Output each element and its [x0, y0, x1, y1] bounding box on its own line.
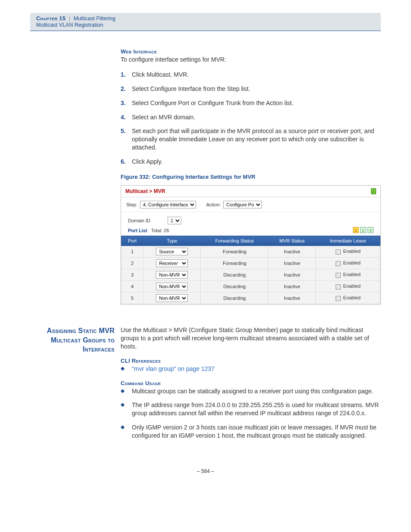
total-value: 26	[164, 228, 169, 233]
cli-mvr-vlan-group-link[interactable]: "mvr vlan group" on page 1237	[132, 365, 215, 373]
immediate-leave-cell: Enabled	[316, 292, 380, 304]
table-row: 1SourceForwardingInactiveEnabled	[121, 246, 380, 258]
type-select[interactable]: Source	[156, 248, 188, 255]
section-label: Multicast Filtering	[74, 16, 115, 22]
command-usage-list: ◆Multicast groups can be statically assi…	[121, 387, 381, 440]
forwarding-status-cell: Forwarding	[201, 246, 268, 258]
forwarding-status-cell: Forwarding	[201, 258, 268, 269]
mvr-status-cell: Inactive	[268, 258, 316, 269]
type-cell: Non-MVR	[143, 269, 201, 281]
web-interface-intro: To configure interface settings for MVR:	[121, 56, 381, 64]
mvr-config-panel: Multicast > MVR Step: 4. Configure Inter…	[121, 185, 381, 305]
port-cell: 4	[121, 281, 143, 292]
step-text: Select Configure Port or Configure Trunk…	[132, 99, 293, 107]
usage-text: Multicast groups can be statically assig…	[132, 387, 373, 395]
section-intro: Use the Multicast > MVR (Configure Stati…	[121, 326, 381, 351]
immediate-leave-cell: Enabled	[316, 281, 380, 292]
usage-text: The IP address range from 224.0.0.0 to 2…	[132, 401, 381, 417]
enabled-checkbox[interactable]	[336, 249, 341, 255]
port-cell: 2	[121, 258, 143, 269]
usage-item: ◆The IP address range from 224.0.0.0 to …	[121, 401, 381, 417]
column-header: Immediate Leave	[316, 236, 380, 246]
type-select[interactable]: Non-MVR	[156, 271, 188, 279]
enabled-checkbox[interactable]	[336, 284, 341, 289]
column-header: Forwarding Status	[201, 236, 268, 246]
step-item: 4.Select an MVR domain.	[121, 113, 381, 121]
side-heading: Assigning Static MVR Multicast Groups to…	[43, 326, 121, 447]
usage-item: ◆Multicast groups can be statically assi…	[121, 387, 381, 395]
page-header: Chapter 15 | Multicast Filtering Multica…	[30, 13, 381, 31]
column-header: Port	[121, 236, 143, 246]
step-item: 6.Click Apply.	[121, 158, 381, 166]
port-list-label: Port List	[128, 228, 147, 233]
port-table: PortTypeForwarding StatusMVR StatusImmed…	[121, 236, 380, 304]
mvr-status-cell: Inactive	[268, 281, 316, 292]
action-label: Action:	[206, 202, 221, 207]
enabled-checkbox[interactable]	[336, 273, 341, 278]
column-header: MVR Status	[268, 236, 316, 246]
step-number: 6.	[121, 158, 132, 166]
enabled-label: Enabled	[343, 295, 361, 300]
cli-references-heading: CLI References	[121, 358, 381, 364]
page-button[interactable]: 1	[353, 227, 359, 233]
type-cell: Non-MVR	[143, 292, 201, 304]
step-item: 1.Click Multicast, MVR.	[121, 71, 381, 79]
immediate-leave-cell: Enabled	[316, 258, 380, 269]
step-number: 3.	[121, 99, 132, 107]
enabled-checkbox[interactable]	[336, 261, 341, 266]
help-icon[interactable]	[371, 188, 376, 194]
header-separator: |	[69, 16, 70, 22]
step-number: 2.	[121, 85, 132, 93]
command-usage-heading: Command Usage	[121, 380, 381, 386]
step-text: Click Apply.	[132, 158, 162, 166]
enabled-label: Enabled	[343, 272, 361, 277]
usage-item: ◆Only IGMP version 2 or 3 hosts can issu…	[121, 423, 381, 440]
enabled-label: Enabled	[343, 249, 361, 254]
page-button[interactable]: 3	[367, 227, 374, 233]
mvr-status-cell: Inactive	[268, 246, 316, 258]
bullet-icon: ◆	[121, 401, 132, 417]
table-row: 3Non-MVRDiscardingInactiveEnabled	[121, 269, 380, 281]
breadcrumb: Multicast > MVR	[125, 188, 165, 194]
table-row: 5Non-MVRDiscardingInactiveEnabled	[121, 292, 380, 304]
forwarding-status-cell: Discarding	[201, 292, 268, 304]
step-select[interactable]: 4. Configure Interface	[140, 201, 196, 208]
table-row: 2ReceiverForwardingInactiveEnabled	[121, 258, 380, 269]
immediate-leave-cell: Enabled	[316, 269, 380, 281]
enabled-label: Enabled	[343, 260, 361, 265]
usage-text: Only IGMP version 2 or 3 hosts can issue…	[132, 423, 381, 440]
immediate-leave-cell: Enabled	[316, 246, 380, 258]
type-cell: Receiver	[143, 258, 201, 269]
type-select[interactable]: Non-MVR	[156, 294, 188, 302]
step-number: 5.	[121, 127, 132, 152]
domain-id-select[interactable]: 1	[168, 217, 181, 224]
step-label: Step:	[126, 202, 137, 207]
step-text: Set each port that will participate in t…	[132, 127, 381, 152]
header-rule	[30, 31, 381, 31]
table-row: 4Non-MVRDiscardingInactiveEnabled	[121, 281, 380, 292]
enabled-checkbox[interactable]	[336, 296, 341, 301]
step-number: 1.	[121, 71, 132, 79]
paginator: 123	[353, 227, 374, 233]
web-interface-heading: Web Interface	[121, 48, 381, 55]
action-select[interactable]: Configure Port	[223, 201, 262, 208]
page-button[interactable]: 2	[360, 227, 366, 233]
port-cell: 5	[121, 292, 143, 304]
bullet-icon: ◆	[121, 387, 132, 395]
port-cell: 1	[121, 246, 143, 258]
forwarding-status-cell: Discarding	[201, 281, 268, 292]
type-cell: Source	[143, 246, 201, 258]
type-select[interactable]: Non-MVR	[156, 283, 188, 290]
bullet-icon: ◆	[121, 365, 132, 373]
step-text: Click Multicast, MVR.	[132, 71, 189, 79]
forwarding-status-cell: Discarding	[201, 269, 268, 281]
type-select[interactable]: Receiver	[156, 259, 188, 267]
port-cell: 3	[121, 269, 143, 281]
mvr-status-cell: Inactive	[268, 292, 316, 304]
mvr-status-cell: Inactive	[268, 269, 316, 281]
page-number: – 564 –	[0, 468, 411, 474]
steps-list: 1.Click Multicast, MVR.2.Select Configur…	[121, 71, 381, 166]
step-number: 4.	[121, 113, 132, 121]
subsection-label: Multicast VLAN Registration	[36, 22, 375, 28]
chapter-label: Chapter 15	[36, 16, 65, 22]
